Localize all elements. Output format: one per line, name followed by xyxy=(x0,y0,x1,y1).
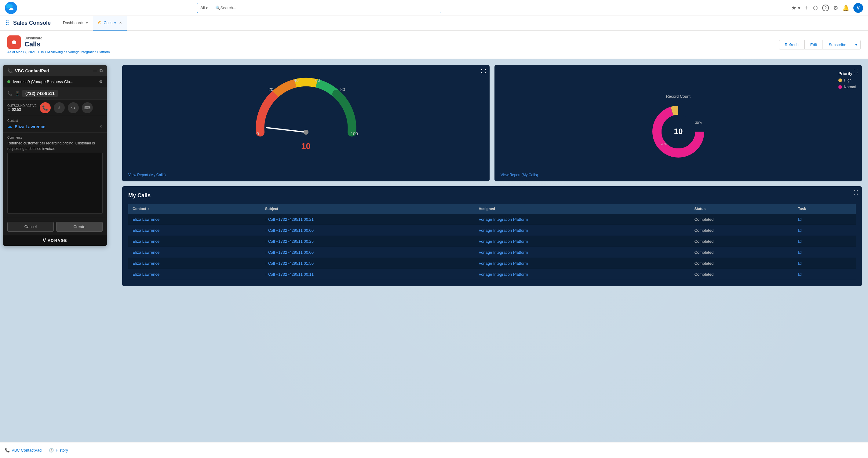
app-title: Sales Console xyxy=(13,20,51,26)
transfer-button[interactable]: ↪ xyxy=(68,102,79,113)
svg-text:☁: ☁ xyxy=(8,5,13,11)
search-scope-button[interactable]: All xyxy=(197,3,212,13)
cell-task: ☑ xyxy=(794,236,856,247)
subject-link[interactable]: ↑ Call +17327429511 00:25 xyxy=(265,239,314,244)
gauge-widget: ⛶ 0 xyxy=(122,65,490,182)
assigned-link[interactable]: Vonage Integration Platform xyxy=(478,272,528,276)
task-checkbox-icon[interactable]: ☑ xyxy=(798,239,802,244)
subject-link[interactable]: ↑ Call +17327429511 00:00 xyxy=(265,228,314,233)
edit-button[interactable]: Edit xyxy=(804,40,823,50)
tab-calls[interactable]: ⏱ Calls ✕ xyxy=(93,16,127,31)
dashboard-title-area: ⏺ Dashboard Calls As of Mar 17, 2021, 1:… xyxy=(7,35,110,54)
phone-icon-2: 📱 xyxy=(15,91,20,96)
contact-link[interactable]: Eliza Lawrence xyxy=(132,261,159,266)
record-count-label: Record Count xyxy=(648,94,709,99)
donut-expand-icon[interactable]: ⛶ xyxy=(853,69,858,74)
svg-point-9 xyxy=(304,130,308,135)
minimize-icon[interactable]: — xyxy=(93,68,97,73)
app-grid-icon[interactable]: ⠿ xyxy=(5,20,9,27)
subject-link[interactable]: ↑ Call +17327429511 00:00 xyxy=(265,250,314,255)
dashboard-icon: ⏺ xyxy=(7,35,21,49)
call-timer: 02:53 xyxy=(12,107,21,112)
create-button[interactable]: Create xyxy=(56,222,103,232)
call-status-label: OUTBOUND ACTIVE xyxy=(7,104,37,107)
table-expand-icon[interactable]: ⛶ xyxy=(853,190,858,195)
search-input[interactable] xyxy=(220,5,438,10)
sidebar-header-actions: — ⧉ xyxy=(93,68,103,73)
col-status[interactable]: Status xyxy=(690,204,794,214)
pct-high-label: 30% xyxy=(695,121,702,125)
help-icon[interactable]: ? xyxy=(822,5,829,11)
hangup-button[interactable]: 📞 xyxy=(40,102,51,113)
cloud-icon[interactable]: ⬡ xyxy=(813,5,818,11)
gauge-report-link[interactable]: View Report (My Calls) xyxy=(128,173,165,177)
notifications-icon[interactable]: 🔔 xyxy=(842,5,849,11)
cancel-button[interactable]: Cancel xyxy=(7,222,54,232)
col-subject[interactable]: Subject xyxy=(261,204,475,214)
bottom-tab-history[interactable]: 🕐 History xyxy=(49,448,68,453)
contact-field-label: Contact xyxy=(7,119,103,123)
search-bar: All xyxy=(197,3,441,13)
priority-title: Priority xyxy=(838,71,852,76)
donut-center-value: 10 xyxy=(674,127,683,136)
svg-text:40: 40 xyxy=(294,78,299,83)
tab-calls-close-icon[interactable]: ✕ xyxy=(119,21,122,25)
donut-report-link[interactable]: View Report (My Calls) xyxy=(501,173,538,177)
dashboard-meta: As of Mar 17, 2021, 1:19 PM·Viewing as V… xyxy=(7,50,110,54)
contact-close-icon[interactable]: ✕ xyxy=(99,124,103,129)
task-checkbox-icon[interactable]: ☑ xyxy=(798,272,802,276)
settings-icon[interactable]: ⚙ xyxy=(833,5,838,11)
cell-subject: ↑ Call +17327429511 00:00 xyxy=(261,247,475,258)
assigned-link[interactable]: Vonage Integration Platform xyxy=(478,250,528,255)
phone-number[interactable]: (732) 742-9511 xyxy=(22,90,58,97)
add-icon[interactable]: + xyxy=(805,4,809,12)
col-contact[interactable]: Contact ↑ xyxy=(128,204,261,214)
contact-link[interactable]: Eliza Lawrence xyxy=(132,239,159,244)
subject-link[interactable]: ↑ Call +17327429511 00:21 xyxy=(265,217,314,222)
cell-status: Completed xyxy=(690,214,794,225)
col-task[interactable]: Task xyxy=(794,204,856,214)
subscribe-button[interactable]: Subscribe xyxy=(823,40,852,50)
assigned-link[interactable]: Vonage Integration Platform xyxy=(478,261,528,266)
bottom-tab-vbc[interactable]: 📞 VBC ContactPad xyxy=(5,448,41,453)
legend-normal: Normal xyxy=(838,85,856,89)
assigned-link[interactable]: Vonage Integration Platform xyxy=(478,217,528,222)
contact-link[interactable]: Eliza Lawrence xyxy=(132,272,159,276)
cell-subject: ↑ Call +17327429511 00:25 xyxy=(261,236,475,247)
col-assigned[interactable]: Assigned xyxy=(474,204,690,214)
settings-gear-icon[interactable]: ⚙ xyxy=(99,79,103,84)
contact-link[interactable]: Eliza Lawrence xyxy=(132,250,159,255)
subject-link[interactable]: ↑ Call +17327429511 01:50 xyxy=(265,261,314,266)
task-checkbox-icon[interactable]: ☑ xyxy=(798,261,802,266)
task-checkbox-icon[interactable]: ☑ xyxy=(798,217,802,222)
mute-button[interactable]: 🎙 xyxy=(54,102,65,113)
tab-dashboards[interactable]: Dashboards xyxy=(58,16,93,31)
gauge-expand-icon[interactable]: ⛶ xyxy=(481,69,486,74)
task-checkbox-icon[interactable]: ☑ xyxy=(798,228,802,233)
vonage-v-logo: V xyxy=(43,238,46,243)
dashboard-actions: Refresh Edit Subscribe ▾ xyxy=(779,40,861,50)
phone-icon: 📞 xyxy=(7,68,12,73)
assigned-link[interactable]: Vonage Integration Platform xyxy=(478,228,528,233)
avatar[interactable]: V xyxy=(853,3,863,13)
assigned-link[interactable]: Vonage Integration Platform xyxy=(478,239,528,244)
task-checkbox-icon[interactable]: ☑ xyxy=(798,250,802,255)
cell-contact: Eliza Lawrence xyxy=(128,225,261,236)
sf-logo-icon[interactable]: ☁ xyxy=(5,2,17,14)
contact-link[interactable]: Eliza Lawrence xyxy=(132,228,159,233)
comments-textarea[interactable] xyxy=(7,153,103,214)
table-row: Eliza Lawrence ↑ Call +17327429511 00:00… xyxy=(128,225,856,236)
main-area: 📞 VBC ContactPad — ⧉ Ivenezia9 (Vonage B… xyxy=(0,59,868,449)
more-actions-button[interactable]: ▾ xyxy=(852,40,861,50)
keypad-button[interactable]: ⌨ xyxy=(82,102,93,113)
pct-normal-label: 70% xyxy=(661,142,667,146)
external-link-icon[interactable]: ⧉ xyxy=(99,68,103,73)
gauge-needle xyxy=(266,128,308,135)
contact-link[interactable]: Eliza Lawrence xyxy=(132,217,159,222)
refresh-button[interactable]: Refresh xyxy=(779,40,804,50)
subject-link[interactable]: ↑ Call +17327429511 00:11 xyxy=(265,272,314,276)
favorites-icon[interactable]: ★ ▾ xyxy=(791,5,801,11)
sidebar-footer: Cancel Create xyxy=(3,218,107,235)
contact-info: Contact ☁ Eliza Lawrence ✕ xyxy=(3,116,107,133)
gauge-chart: 0 20 40 60 80 100 xyxy=(242,77,370,144)
